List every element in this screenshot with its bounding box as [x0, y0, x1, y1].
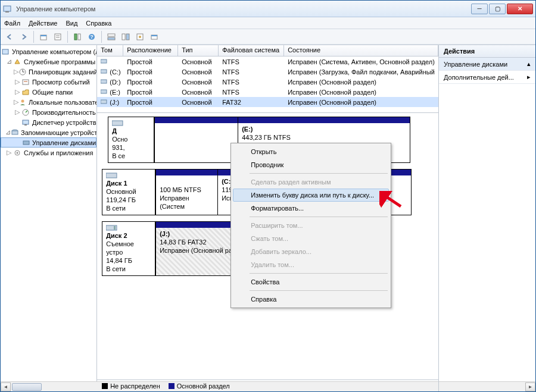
svg-rect-31: [23, 141, 29, 145]
col-type[interactable]: Тип: [178, 45, 219, 56]
menubar: Файл Действие Вид Справка: [1, 17, 535, 29]
svg-rect-14: [126, 34, 129, 40]
svg-rect-18: [151, 35, 157, 36]
svg-rect-11: [108, 34, 115, 36]
legend-swatch-unallocated: [102, 383, 108, 389]
ctx-delete: Удалить том...: [233, 258, 389, 271]
svg-rect-0: [4, 6, 11, 11]
tree-services[interactable]: ▷Службы и приложения: [1, 148, 96, 158]
svg-rect-40: [106, 173, 117, 178]
minimize-button[interactable]: ─: [471, 4, 488, 14]
svg-text:?: ?: [90, 34, 94, 40]
volume-row[interactable]: (E:) Простой Основной NTFS Исправен (Осн…: [97, 87, 438, 97]
svg-rect-7: [74, 34, 77, 40]
help-button[interactable]: ?: [85, 30, 98, 43]
svg-point-33: [17, 152, 18, 153]
tree-devmgr[interactable]: Диспетчер устройств: [1, 117, 96, 127]
svg-rect-30: [12, 131, 18, 134]
tree-hscrollbar[interactable]: ◄ ►: [1, 381, 97, 391]
maximize-button[interactable]: ▢: [489, 4, 506, 14]
col-fs[interactable]: Файловая система: [219, 45, 284, 56]
scroll-left-button[interactable]: ◄: [1, 382, 11, 391]
legend-swatch-primary: [169, 383, 174, 389]
app-icon: [3, 4, 13, 14]
ctx-mirror: Добавить зеркало...: [233, 245, 389, 258]
action-diskmgmt[interactable]: Управление дисками ▴: [439, 58, 535, 71]
ctx-properties[interactable]: Свойства: [233, 275, 389, 288]
svg-point-25: [21, 99, 24, 102]
tree-storage[interactable]: ⊿Запоминающие устройст: [1, 127, 96, 137]
volume-row[interactable]: (D:) Простой Основной NTFS Исправен (Осн…: [97, 77, 438, 87]
menu-file[interactable]: Файл: [4, 20, 20, 27]
tree-diskmgmt[interactable]: Управление дисками: [1, 137, 96, 148]
tree-scheduler[interactable]: ▷Планировщик заданий: [1, 67, 96, 77]
menu-view[interactable]: Вид: [66, 20, 77, 27]
view-list-button[interactable]: [105, 30, 118, 43]
action-more[interactable]: Дополнительные дей... ▸: [439, 71, 535, 84]
svg-rect-36: [101, 80, 107, 83]
svg-point-16: [139, 36, 141, 38]
volume-row[interactable]: (C:) Простой Основной NTFS Исправен (Заг…: [97, 67, 438, 77]
view-detail-button[interactable]: [119, 30, 132, 43]
svg-rect-8: [78, 34, 80, 40]
ctx-open[interactable]: Открыть: [233, 145, 389, 158]
volume-row[interactable]: Простой Основной NTFS Исправен (Система,…: [97, 57, 438, 67]
tree-eventvwr[interactable]: ▷Просмотр событий: [1, 77, 96, 87]
window-title: Управление компьютером: [16, 5, 470, 12]
computer-management-window: Управление компьютером ─ ▢ ✕ Файл Действ…: [0, 0, 536, 392]
disk-info[interactable]: Диск 2 Съемное устро 14,84 ГБ В сети: [102, 221, 155, 276]
collapse-icon: ▴: [527, 60, 531, 68]
disk-info[interactable]: Д Осно 931, В се: [108, 117, 154, 163]
partition[interactable]: 100 МБ NTFS Исправен (Систем: [155, 170, 217, 215]
titlebar: Управление компьютером ─ ▢ ✕: [1, 1, 535, 17]
col-volume[interactable]: Том: [97, 45, 123, 56]
volume-row-selected[interactable]: (J:) Простой Основной FAT32 Исправен (Ос…: [97, 97, 438, 107]
svg-rect-37: [101, 90, 107, 93]
menu-help[interactable]: Справка: [86, 20, 111, 27]
ctx-help[interactable]: Справка: [233, 293, 389, 306]
properties-button[interactable]: [51, 30, 64, 43]
actions-header: Действия: [439, 45, 535, 58]
svg-rect-19: [2, 49, 8, 54]
expand-icon: ▸: [527, 73, 531, 81]
disk-icon: [112, 120, 124, 127]
disk-icon: [106, 172, 118, 179]
tree-root[interactable]: Управление компьютером (л: [1, 46, 96, 57]
ctx-shrink: Сжать том...: [233, 232, 389, 245]
ctx-explorer[interactable]: Проводник: [233, 158, 389, 171]
ctx-change-letter[interactable]: Изменить букву диска или путь к диску...: [233, 189, 389, 202]
col-layout[interactable]: Расположение: [123, 45, 178, 56]
back-button[interactable]: [3, 30, 16, 43]
console-tree[interactable]: Управление компьютером (л ⊿Служебные про…: [1, 45, 97, 391]
settings-button[interactable]: [133, 30, 147, 43]
disk-info[interactable]: Диск 1 Основной 119,24 ГБ В сети: [102, 169, 155, 215]
up-button[interactable]: [37, 30, 50, 43]
col-status[interactable]: Состояние: [284, 45, 438, 56]
svg-rect-23: [23, 80, 29, 84]
svg-rect-38: [101, 100, 107, 104]
ctx-make-active: Сделать раздел активным: [233, 175, 389, 189]
svg-rect-34: [101, 59, 107, 63]
svg-rect-35: [101, 70, 107, 73]
scroll-thumb[interactable]: [12, 383, 42, 391]
tree-shared[interactable]: ▷Общие папки: [1, 87, 96, 97]
removable-disk-icon: [106, 224, 118, 231]
ctx-format[interactable]: Форматировать...: [233, 202, 389, 215]
tree-perf[interactable]: ▷Производительность: [1, 107, 96, 117]
volume-list[interactable]: Простой Основной NTFS Исправен (Система,…: [97, 57, 438, 112]
svg-rect-12: [108, 37, 115, 40]
forward-button[interactable]: [17, 30, 30, 43]
svg-rect-13: [122, 34, 125, 40]
close-button[interactable]: ✕: [507, 4, 533, 14]
svg-rect-27: [23, 120, 29, 124]
volume-list-header: Том Расположение Тип Файловая система Со…: [97, 45, 438, 57]
refresh-button[interactable]: [71, 30, 84, 43]
svg-rect-3: [40, 35, 46, 36]
more-button[interactable]: [148, 30, 161, 43]
svg-rect-42: [114, 226, 116, 230]
tree-localusers[interactable]: ▷Локальные пользовате: [1, 97, 96, 107]
svg-rect-1: [5, 11, 9, 12]
tree-systools[interactable]: ⊿Служебные программы: [1, 57, 96, 67]
menu-action[interactable]: Действие: [29, 20, 57, 27]
ctx-extend: Расширить том...: [233, 219, 389, 232]
